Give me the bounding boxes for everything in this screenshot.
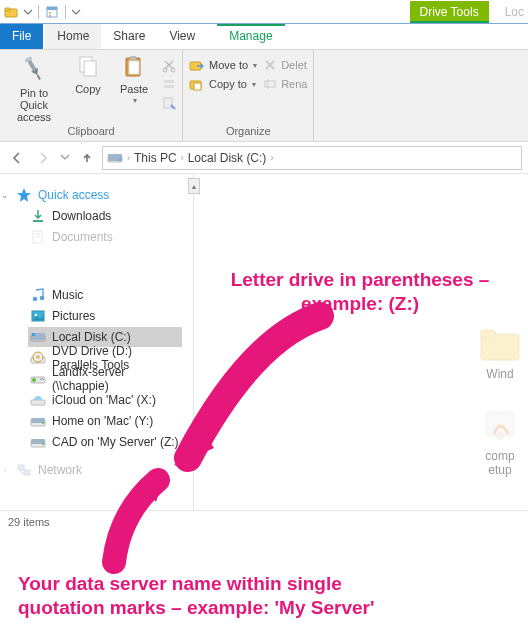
svg-point-57 — [496, 432, 504, 440]
move-to-button[interactable]: Move to▾ — [189, 58, 257, 72]
content-item-windows[interactable]: Wind — [478, 324, 522, 381]
svg-point-27 — [119, 159, 121, 161]
address-bar: › This PC › Local Disk (C:) › — [0, 142, 528, 174]
svg-rect-53 — [24, 470, 30, 475]
svg-rect-17 — [164, 80, 174, 83]
copy-button[interactable]: Copy — [68, 54, 108, 95]
tab-share[interactable]: Share — [101, 24, 157, 49]
copy-icon — [75, 54, 101, 80]
svg-point-33 — [33, 297, 38, 302]
back-button[interactable] — [6, 147, 28, 169]
tab-manage[interactable]: Manage — [217, 24, 284, 49]
svg-rect-3 — [47, 7, 57, 10]
svg-rect-45 — [31, 400, 45, 405]
ribbon: Pin to Quick access Copy Paste ▾ — [0, 50, 528, 142]
drive-icon — [30, 329, 46, 345]
pin-to-quick-access-button[interactable]: Pin to Quick access — [6, 54, 62, 123]
svg-rect-52 — [18, 465, 24, 470]
paste-button[interactable]: Paste ▾ — [114, 54, 154, 106]
delete-icon — [263, 58, 277, 72]
rename-icon — [263, 77, 277, 91]
svg-rect-18 — [164, 85, 174, 88]
svg-point-42 — [37, 356, 39, 358]
chevron-down-icon[interactable] — [72, 5, 80, 19]
pictures-icon — [30, 308, 46, 324]
svg-rect-22 — [194, 83, 201, 90]
dvd-icon — [30, 350, 46, 366]
nav-quick-access[interactable]: ⌄ Quick access — [10, 185, 182, 205]
svg-rect-19 — [164, 98, 172, 108]
tab-view[interactable]: View — [157, 24, 207, 49]
downloads-icon — [30, 208, 46, 224]
status-bar: 29 items — [0, 510, 528, 532]
copy-path-icon[interactable] — [162, 77, 176, 91]
paste-shortcut-icon[interactable] — [162, 96, 176, 110]
nav-landfx-server[interactable]: Landfx-server (\\chappie) — [28, 369, 182, 389]
breadcrumb[interactable]: › This PC › Local Disk (C:) › — [102, 146, 522, 170]
chevron-down-icon[interactable]: ⌄ — [0, 190, 10, 200]
forward-button[interactable] — [32, 147, 54, 169]
cut-icon[interactable] — [162, 58, 176, 72]
chevron-down-icon[interactable] — [24, 5, 32, 19]
nav-pictures[interactable]: Pictures — [28, 306, 182, 326]
delete-button[interactable]: Delet — [263, 58, 307, 72]
nav-home-mac[interactable]: Home on 'Mac' (Y:) — [28, 411, 182, 431]
music-icon — [30, 287, 46, 303]
nav-documents[interactable]: Documents — [28, 227, 182, 247]
svg-rect-13 — [129, 61, 139, 74]
svg-point-36 — [35, 314, 38, 317]
up-button[interactable] — [76, 147, 98, 169]
network-drive-icon — [30, 413, 46, 429]
network-icon — [16, 462, 32, 478]
separator — [65, 5, 66, 19]
scroll-up-icon[interactable]: ▴ — [188, 178, 200, 194]
svg-rect-11 — [84, 61, 96, 76]
star-icon — [16, 187, 32, 203]
tab-home[interactable]: Home — [45, 24, 101, 49]
rename-button[interactable]: Rena — [263, 77, 307, 91]
annotation-text-server-name: Your data server name within single quot… — [18, 572, 374, 620]
content-pane[interactable]: Wind comp etup — [202, 174, 528, 510]
ribbon-tabs: File Home Share View Manage — [0, 24, 528, 50]
svg-point-4 — [49, 12, 51, 14]
svg-point-34 — [40, 296, 45, 301]
chevron-right-icon[interactable]: › — [0, 465, 10, 475]
svg-rect-1 — [5, 8, 10, 11]
pane-splitter[interactable]: ▴ — [186, 174, 202, 510]
breadcrumb-this-pc[interactable]: This PC › — [134, 151, 184, 165]
svg-line-8 — [38, 75, 41, 79]
navigation-pane[interactable]: ⌄ Quick access Downloads Documents Music… — [0, 174, 186, 510]
separator — [38, 5, 39, 19]
cloud-drive-icon — [30, 392, 46, 408]
paste-label: Paste — [120, 83, 148, 95]
folder-copy-icon — [189, 77, 205, 91]
ribbon-group-clipboard: Pin to Quick access Copy Paste ▾ — [0, 50, 183, 141]
svg-marker-28 — [17, 188, 31, 202]
quick-access-toolbar — [4, 5, 80, 19]
folder-icon[interactable] — [4, 5, 18, 19]
svg-point-5 — [49, 15, 51, 17]
tab-file[interactable]: File — [0, 24, 43, 49]
content-item-comp-setup[interactable]: comp etup — [478, 406, 522, 477]
nav-music[interactable]: Music — [28, 285, 182, 305]
properties-icon[interactable] — [45, 5, 59, 19]
group-label: Clipboard — [6, 125, 176, 140]
contextual-tab-label: Drive Tools — [410, 1, 489, 23]
pushpin-icon — [19, 54, 49, 84]
svg-rect-55 — [481, 330, 495, 338]
ribbon-group-organize: Move to▾ Copy to▾ Delet Rena Organize — [183, 50, 314, 141]
title-bar: Drive Tools Loc — [0, 0, 528, 24]
nav-cad-my-server[interactable]: CAD on 'My Server' (Z:) — [28, 432, 182, 452]
nav-downloads[interactable]: Downloads — [28, 206, 182, 226]
group-label: Organize — [189, 125, 307, 140]
breadcrumb-local-disk[interactable]: Local Disk (C:) › — [188, 151, 274, 165]
nav-icloud[interactable]: iCloud on 'Mac' (X:) — [28, 390, 182, 410]
documents-icon — [30, 229, 46, 245]
recent-locations-button[interactable] — [58, 147, 72, 169]
copy-label: Copy — [75, 83, 101, 95]
network-drive-icon — [30, 371, 46, 387]
nav-network[interactable]: › Network — [10, 460, 182, 480]
copy-to-button[interactable]: Copy to▾ — [189, 77, 257, 91]
svg-rect-23 — [265, 81, 275, 87]
clipboard-icon — [121, 54, 147, 80]
